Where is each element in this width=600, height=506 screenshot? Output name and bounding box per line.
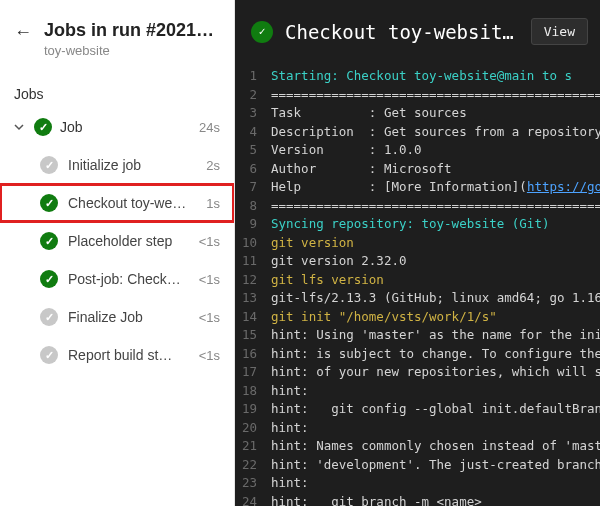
line-number: 16 (235, 345, 271, 364)
line-text: Task : Get sources (271, 104, 600, 123)
check-circle-icon (251, 21, 273, 43)
line-text: hint: of your new repositories, which wi… (271, 363, 600, 382)
line-number: 3 (235, 104, 271, 123)
page-title: Jobs in run #20210… (44, 20, 220, 41)
console-line: 21hint: Names commonly chosen instead of… (235, 437, 600, 456)
line-number: 24 (235, 493, 271, 507)
line-text: Help : [More Information](https://go.mic… (271, 178, 600, 197)
console-line: 5Version : 1.0.0 (235, 141, 600, 160)
step-row[interactable]: Report build st…<1s (0, 336, 234, 374)
console-line: 10git version (235, 234, 600, 253)
check-circle-icon (40, 194, 58, 212)
right-panel: Checkout toy-website@… View 1Starting: C… (235, 0, 600, 506)
job-row[interactable]: Job 24s (0, 108, 234, 146)
line-number: 9 (235, 215, 271, 234)
line-number: 21 (235, 437, 271, 456)
console-line: 17hint: of your new repositories, which … (235, 363, 600, 382)
line-number: 17 (235, 363, 271, 382)
step-name: Checkout toy-we… (68, 195, 196, 211)
step-row[interactable]: Post-job: Check…<1s (0, 260, 234, 298)
line-number: 22 (235, 456, 271, 475)
step-name: Report build st… (68, 347, 189, 363)
line-text: git init "/home/vsts/work/1/s" (271, 308, 600, 327)
line-number: 8 (235, 197, 271, 216)
step-duration: 1s (206, 196, 220, 211)
line-text: Starting: Checkout toy-website@main to s (271, 67, 600, 86)
line-text: hint: 'development'. The just-created br… (271, 456, 600, 475)
line-text: hint: Names commonly chosen instead of '… (271, 437, 600, 456)
step-row[interactable]: Initialize job2s (0, 146, 234, 184)
line-number: 14 (235, 308, 271, 327)
line-text: hint: Using 'master' as the name for the… (271, 326, 600, 345)
jobs-label: Jobs (0, 66, 234, 108)
console-line: 11git version 2.32.0 (235, 252, 600, 271)
line-text: hint: (271, 382, 600, 401)
line-text: ========================================… (271, 86, 600, 105)
right-header: Checkout toy-website@… View (235, 0, 600, 63)
step-name: Finalize Job (68, 309, 189, 325)
line-number: 10 (235, 234, 271, 253)
line-number: 23 (235, 474, 271, 493)
header-text: Jobs in run #20210… toy-website (44, 20, 220, 58)
check-circle-icon (40, 270, 58, 288)
line-text: hint: is subject to change. To configure… (271, 345, 600, 364)
line-text: Author : Microsoft (271, 160, 600, 179)
job-name: Job (60, 119, 191, 135)
console-line: 18hint: (235, 382, 600, 401)
line-text: git-lfs/2.13.3 (GitHub; linux amd64; go … (271, 289, 600, 308)
console-line: 22hint: 'development'. The just-created … (235, 456, 600, 475)
line-number: 1 (235, 67, 271, 86)
page-subtitle: toy-website (44, 43, 220, 58)
line-number: 6 (235, 160, 271, 179)
line-number: 4 (235, 123, 271, 142)
line-text: hint: git config --global init.defaultBr… (271, 400, 600, 419)
console-output[interactable]: 1Starting: Checkout toy-website@main to … (235, 63, 600, 506)
header: ← Jobs in run #20210… toy-website (0, 0, 234, 66)
check-circle-gray-icon (40, 346, 58, 364)
line-text: hint: (271, 474, 600, 493)
line-number: 18 (235, 382, 271, 401)
line-number: 5 (235, 141, 271, 160)
console-line: 13git-lfs/2.13.3 (GitHub; linux amd64; g… (235, 289, 600, 308)
console-line: 8=======================================… (235, 197, 600, 216)
console-line: 6Author : Microsoft (235, 160, 600, 179)
line-number: 11 (235, 252, 271, 271)
check-circle-icon (40, 232, 58, 250)
line-text: Version : 1.0.0 (271, 141, 600, 160)
line-number: 19 (235, 400, 271, 419)
check-circle-icon (34, 118, 52, 136)
console-line: 14git init "/home/vsts/work/1/s" (235, 308, 600, 327)
step-row[interactable]: Checkout toy-we…1s (0, 184, 234, 222)
console-line: 20hint: (235, 419, 600, 438)
view-button[interactable]: View (531, 18, 588, 45)
console-line: 24hint: git branch -m <name> (235, 493, 600, 507)
step-duration: <1s (199, 348, 220, 363)
step-name: Placeholder step (68, 233, 189, 249)
console-line: 15hint: Using 'master' as the name for t… (235, 326, 600, 345)
step-duration: <1s (199, 310, 220, 325)
console-line: 23hint: (235, 474, 600, 493)
line-number: 13 (235, 289, 271, 308)
line-text: ========================================… (271, 197, 600, 216)
step-name: Post-job: Check… (68, 271, 189, 287)
chevron-down-icon (12, 122, 26, 132)
line-text: git version 2.32.0 (271, 252, 600, 271)
line-text: Description : Get sources from a reposit… (271, 123, 600, 142)
line-number: 15 (235, 326, 271, 345)
line-text: git lfs version (271, 271, 600, 290)
console-line: 19hint: git config --global init.default… (235, 400, 600, 419)
line-text: hint: (271, 419, 600, 438)
step-duration: 2s (206, 158, 220, 173)
check-circle-gray-icon (40, 308, 58, 326)
line-number: 7 (235, 178, 271, 197)
line-text: Syncing repository: toy-website (Git) (271, 215, 600, 234)
console-line: 7Help : [More Information](https://go.mi… (235, 178, 600, 197)
log-title: Checkout toy-website@… (285, 21, 519, 43)
check-circle-gray-icon (40, 156, 58, 174)
back-icon[interactable]: ← (14, 22, 32, 43)
console-line: 1Starting: Checkout toy-website@main to … (235, 67, 600, 86)
step-row[interactable]: Finalize Job<1s (0, 298, 234, 336)
console-line: 12git lfs version (235, 271, 600, 290)
console-line: 2=======================================… (235, 86, 600, 105)
step-row[interactable]: Placeholder step<1s (0, 222, 234, 260)
